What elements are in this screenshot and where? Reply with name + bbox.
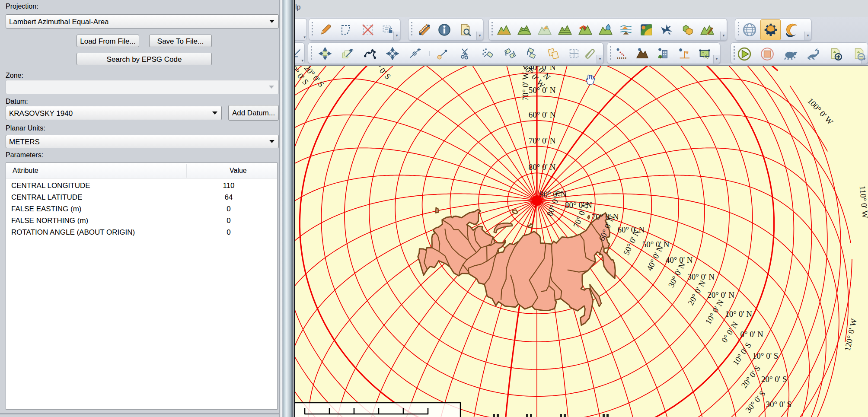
svg-text:40° 0' N: 40° 0' N bbox=[666, 255, 693, 264]
svg-text:70° 0' N: 70° 0' N bbox=[529, 136, 556, 145]
svg-text:70° 0' N: 70° 0' N bbox=[592, 212, 619, 221]
svg-text:10° 0' N: 10° 0' N bbox=[725, 309, 752, 318]
svg-text:80° 0' N: 80° 0' N bbox=[529, 162, 556, 172]
svg-text:30° 0' N: 30° 0' N bbox=[687, 272, 715, 281]
svg-text:10° 0' S: 10° 0' S bbox=[753, 351, 779, 360]
svg-text:0° 0' N: 0° 0' N bbox=[740, 330, 763, 339]
svg-text:80° 0' N: 80° 0' N bbox=[565, 201, 592, 210]
svg-text:60° 0' N: 60° 0' N bbox=[529, 110, 556, 119]
svg-text:20° 0' S: 20° 0' S bbox=[761, 375, 787, 384]
svg-text:30° 0' S: 30° 0' S bbox=[766, 400, 791, 409]
svg-text:60° 0' N: 60° 0' N bbox=[618, 225, 645, 234]
svg-text:20° 0' N: 20° 0' N bbox=[707, 290, 734, 299]
svg-text:50° 0' N: 50° 0' N bbox=[642, 240, 670, 249]
